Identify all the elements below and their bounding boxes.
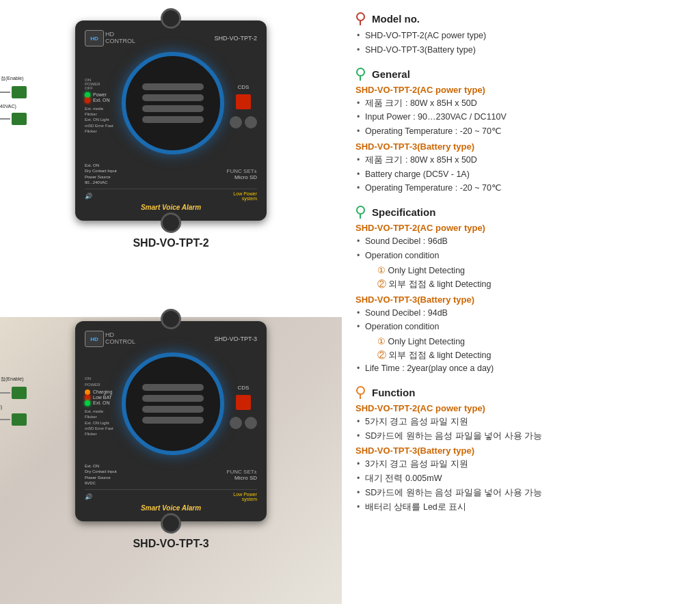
general-sub-title-2: SHD-VO-TPT-3(Battery type) [355,141,686,152]
wire-line-2 [0,118,10,120]
device2-detail-labels: Ext. ON Dry Contact Input Power Source 6… [85,463,117,486]
pin-head-general [356,68,365,77]
pin-icon-model [355,12,365,25]
pin-head-function [356,386,365,395]
general-item-2-2: Battery charge (DC5V - 1A) [365,168,686,181]
device2-model-label: SHD-VO-TPT-3 [214,335,257,342]
device2-left-indicators: ONPOWER Charging Low BAT E [85,376,116,437]
device1-container: 외부접점(Enable) (90...240VAC) [41,20,301,249]
wire-line-3 [0,392,10,394]
device2-wiring1-label: 외부접점(Enable) [0,376,27,383]
device1-main-area: ON POWER OFF Power Ext. ON [85,52,257,160]
spec-conditions-2: ① Only Light Detecting ② 외부 접점 & light D… [355,335,686,362]
slot-1b [142,94,204,101]
wire-line-4 [0,419,10,420]
device1-left-indicators: ON POWER OFF Power Ext. ON [85,78,116,135]
wire-connector-3 [12,387,27,399]
pin-icon-function [355,386,365,399]
function-header: Function [355,386,686,399]
condition-2-1: ① Only Light Detecting [366,335,686,348]
micro-sd-label-1: Micro SD [227,174,257,180]
left-panel: 외부접점(Enable) (90...240VAC) [0,0,342,604]
device2-ext-label: Ext. ON [93,400,110,405]
func-list-1: 5가지 경고 음성 파일 지원 SD카드에 원하는 음성 파일을 넣어 사용 가… [355,415,686,443]
led-charging-2 [85,389,90,395]
device2-mount-top [161,309,181,329]
slot-2a [142,384,204,391]
spec-sub-title-1: SHD-VO-TPT-2(AC power type) [355,223,686,233]
device1-func-row: Ext. ON Dry Contact Input Power Source 9… [85,163,257,186]
ext-mode-label-1: Ext. mode Flicker [85,106,116,118]
device2-lowbat-row: Low BAT [85,395,116,400]
model-item-1: SHD-VO-TPT-2(AC power type) [365,29,686,42]
model-item-2: SHD-VO-TPT-3(Battery type) [365,44,686,57]
device1-wiring: 외부접점(Enable) (90...240VAC) [0,75,27,125]
func-item-2-3: SD카드에 원하는 음성 파일을 넣어 사용 가능 [365,486,686,499]
device2-cds-area: CDS [230,385,257,429]
cds-circle-2b [245,417,257,429]
device2-smart-voice: Smart Voice Alarm [85,504,257,512]
general-title: General [372,68,410,80]
wire-line-1 [0,92,10,93]
slot-1a [142,83,204,90]
condition-1-2: ② 외부 접점 & light Detecting [366,277,686,291]
general-item-1-1: 제품 크기 : 80W x 85H x 50D [365,97,686,110]
pin-tail-spec [360,215,362,219]
msd-label-2: mSD Error Fast Flicker [85,426,116,437]
func-item-2-1: 3가지 경고 음성 파일 지원 [365,458,686,471]
model-no-list: SHD-VO-TPT-2(AC power type) SHD-VO-TPT-3… [355,29,686,57]
device2-low-power: Low Power system [233,492,257,502]
func-item-2-2: 대기 전력 0.005mW [365,472,686,485]
cds-circle-2a [230,417,242,429]
right-panel: Model no. SHD-VO-TPT-2(AC power type) SH… [342,0,700,604]
section-function: Function SHD-VO-TPT-2(AC power type) 5가지… [355,386,686,514]
wire-connector-4 [12,413,27,426]
model-no-title: Model no. [372,13,420,25]
device1-box: HD HDCONTROL SHD-VO-TPT-2 ON POWER OFF [75,20,267,221]
dry-contact-label-1: Dry Contact Input [85,168,117,174]
condition-num-4: ② [377,351,388,360]
general-item-2-3: Operating Temperature : -20 ~ 70℃ [365,182,686,195]
msd-label-1: mSD Error Fast Flicker [85,123,116,135]
hd-logo-2: HD HDCONTROL [85,331,135,347]
device2-cds-red [236,395,251,410]
device1-ext-label: Ext. ON [93,98,110,102]
pin-icon-spec [355,206,365,219]
spec-list-2b: Life Time : 2year(play once a day) [355,362,686,375]
spec-header: Specification [355,206,686,219]
general-list-1: 제품 크기 : 80W x 85H x 50D Input Power : 90… [355,97,686,138]
device1-bottom-row: 🔊 Low Power system [85,189,257,201]
slot-2d [142,417,204,424]
section-specification: Specification SHD-VO-TPT-2(AC power type… [355,206,686,375]
power-range-label-1: 90...240VAC [85,180,117,185]
general-item-2-1: 제품 크기 : 80W x 85H x 50D [365,154,686,167]
general-list-2: 제품 크기 : 80W x 85H x 50D Battery charge (… [355,154,686,195]
device2-bottom-row: 🔊 Low Power system [85,489,257,502]
spec-title: Specification [372,206,435,218]
condition-2-2: ② 외부 접점 & light Detecting [366,348,686,362]
ext-mode-label-2: Ext. mode Flicker [85,409,116,420]
device2-container: 외부접점(Enable) (6VDC) [41,321,301,550]
condition-num-1: ① [377,266,388,275]
cds-circle-1b [245,116,257,128]
device2-dial [122,353,224,455]
device1-on-off: ON POWER OFF [85,78,116,90]
device1-mount-top [161,8,181,29]
device1-dial-area [122,52,224,160]
func-item-2-4: 배터리 상태를 Led로 표시 [365,501,686,514]
ext-on-light-label-2: Ext. ON Light [85,420,116,426]
device1-cds-area: CDS [230,84,257,128]
device2-func-micro: FUNC SET± Micro SD [227,469,257,481]
spec-list-1: Sound Decibel : 96dB Operation condition [355,235,686,262]
pin-head-spec [356,206,365,215]
slot-1c [142,105,204,112]
power-source-label-2: Power Source [85,475,117,480]
ext-on2-label-1: Ext. ON [85,163,117,168]
device1-ext-row: Ext. ON [85,98,116,103]
logo-text-1: HDCONTROL [105,31,135,45]
led-power-1 [85,92,90,98]
function-title: Function [372,387,415,398]
device2-wiring2-label: (6VDC) [0,404,27,409]
spec-item-lifetime: Life Time : 2year(play once a day) [365,362,686,375]
spec-item-1-1: Sound Decibel : 96dB [365,235,686,248]
